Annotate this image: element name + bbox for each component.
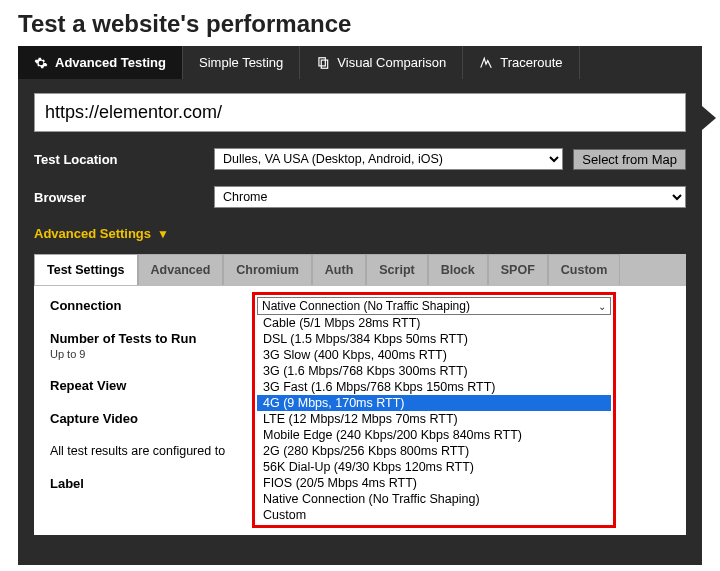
location-row: Test Location Dulles, VA USA (Desktop, A… [34, 148, 686, 170]
advanced-settings-toggle[interactable]: Advanced Settings ▼ [34, 226, 169, 241]
select-from-map-button[interactable]: Select from Map [573, 149, 686, 170]
connection-label: Connection [50, 298, 220, 313]
connection-option[interactable]: Cable (5/1 Mbps 28ms RTT) [257, 315, 611, 331]
svg-rect-0 [319, 57, 325, 65]
connection-option[interactable]: 2G (280 Kbps/256 Kbps 800ms RTT) [257, 443, 611, 459]
connection-options-list: Cable (5/1 Mbps 28ms RTT)DSL (1.5 Mbps/3… [257, 315, 611, 523]
inner-tab-spof[interactable]: SPOF [488, 254, 548, 285]
top-tab-label: Advanced Testing [55, 55, 166, 70]
connection-option[interactable]: DSL (1.5 Mbps/384 Kbps 50ms RTT) [257, 331, 611, 347]
page-title: Test a website's performance [0, 0, 720, 46]
connection-option[interactable]: 3G (1.6 Mbps/768 Kbps 300ms RTT) [257, 363, 611, 379]
url-input[interactable] [34, 93, 686, 132]
connection-selected-value: Native Connection (No Traffic Shaping) [262, 299, 470, 313]
top-tab-visual-comparison[interactable]: Visual Comparison [300, 46, 463, 79]
chevron-down-icon: ⌄ [598, 301, 606, 312]
top-tabs: Advanced TestingSimple TestingVisual Com… [18, 46, 702, 79]
config-body: Test Location Dulles, VA USA (Desktop, A… [18, 79, 702, 565]
inner-tab-advanced[interactable]: Advanced [138, 254, 224, 285]
top-tab-traceroute[interactable]: Traceroute [463, 46, 579, 79]
inner-tab-test-settings[interactable]: Test Settings [34, 254, 138, 285]
browser-row: Browser Chrome [34, 186, 686, 208]
chevron-down-icon: ▼ [157, 227, 169, 241]
inner-tab-custom[interactable]: Custom [548, 254, 621, 285]
main-shell: Advanced TestingSimple TestingVisual Com… [18, 46, 702, 565]
advanced-panel: Test SettingsAdvancedChromiumAuthScriptB… [34, 254, 686, 535]
num-tests-sublabel: Up to 9 [50, 348, 220, 360]
location-select[interactable]: Dulles, VA USA (Desktop, Android, iOS) [214, 148, 563, 170]
browser-label: Browser [34, 190, 204, 205]
connection-option[interactable]: 4G (9 Mbps, 170ms RTT) [257, 395, 611, 411]
copy-icon [316, 56, 330, 70]
inner-tab-chromium[interactable]: Chromium [223, 254, 312, 285]
inner-tab-block[interactable]: Block [428, 254, 488, 285]
top-tab-simple-testing[interactable]: Simple Testing [183, 46, 300, 79]
advanced-settings-label: Advanced Settings [34, 226, 151, 241]
top-tab-label: Visual Comparison [337, 55, 446, 70]
connection-option[interactable]: 56K Dial-Up (49/30 Kbps 120ms RTT) [257, 459, 611, 475]
capture-video-label: Capture Video [50, 411, 220, 426]
inner-tabs: Test SettingsAdvancedChromiumAuthScriptB… [34, 254, 686, 286]
gear-icon [34, 56, 48, 70]
browser-select[interactable]: Chrome [214, 186, 686, 208]
connection-option[interactable]: 3G Fast (1.6 Mbps/768 Kbps 150ms RTT) [257, 379, 611, 395]
connection-option[interactable]: FIOS (20/5 Mbps 4ms RTT) [257, 475, 611, 491]
inner-tab-script[interactable]: Script [366, 254, 427, 285]
repeat-view-label: Repeat View [50, 378, 220, 393]
top-tab-label: Simple Testing [199, 55, 283, 70]
connection-option[interactable]: Native Connection (No Traffic Shaping) [257, 491, 611, 507]
connection-option[interactable]: Mobile Edge (240 Kbps/200 Kbps 840ms RTT… [257, 427, 611, 443]
connection-option[interactable]: 3G Slow (400 Kbps, 400ms RTT) [257, 347, 611, 363]
location-label: Test Location [34, 152, 204, 167]
top-tab-label: Traceroute [500, 55, 562, 70]
connection-option[interactable]: Custom [257, 507, 611, 523]
label-label: Label [50, 476, 220, 491]
connection-dropdown-open: Native Connection (No Traffic Shaping) ⌄… [252, 292, 616, 528]
test-settings-body: Native Connection (No Traffic Shaping) ⌄… [34, 286, 686, 535]
top-tab-advanced-testing[interactable]: Advanced Testing [18, 46, 183, 79]
inner-tab-auth[interactable]: Auth [312, 254, 366, 285]
pointer-arrow [702, 106, 716, 130]
connection-select[interactable]: Native Connection (No Traffic Shaping) ⌄ [257, 297, 611, 315]
num-tests-label: Number of Tests to Run Up to 9 [50, 331, 220, 360]
connection-option[interactable]: LTE (12 Mbps/12 Mbps 70ms RTT) [257, 411, 611, 427]
route-icon [479, 56, 493, 70]
svg-rect-1 [322, 60, 328, 68]
